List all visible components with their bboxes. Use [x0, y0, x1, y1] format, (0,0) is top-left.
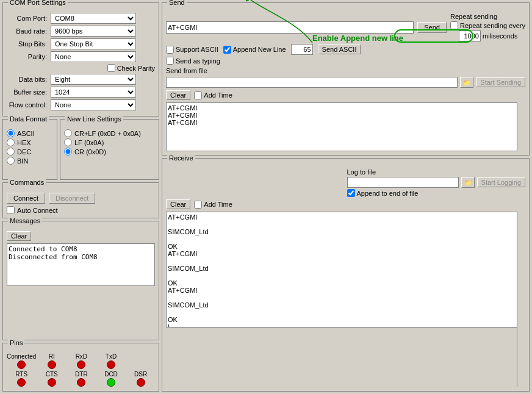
- receive-line-11: AT+CGMI: [168, 287, 515, 294]
- repeat-sending-title: Repeat sending: [450, 13, 497, 20]
- auto-connect-label: Auto Connect: [17, 207, 58, 214]
- flow-control-select[interactable]: None: [51, 99, 136, 110]
- support-ascii-checkbox[interactable]: [166, 46, 174, 54]
- pin-connected: Connected: [7, 353, 36, 370]
- pin-rts-led: [17, 378, 26, 387]
- receive-add-time-label[interactable]: Add Time: [194, 201, 232, 209]
- check-parity-checkbox[interactable]: [107, 64, 115, 72]
- flow-control-label: Flow control:: [7, 101, 51, 109]
- receive-line-4: [168, 235, 515, 243]
- pin-rts-label: RTS: [15, 371, 27, 378]
- pin-cts-label: CTS: [46, 371, 58, 378]
- receive-clear-button[interactable]: Clear: [166, 199, 190, 209]
- pin-dtr-label: DTR: [75, 371, 88, 378]
- buffer-size-label: Buffer size:: [7, 88, 51, 96]
- annotation-text: Enable Append new line: [312, 34, 403, 43]
- receive-line-14: [168, 309, 515, 316]
- cr-radio[interactable]: [64, 148, 72, 156]
- send-file-path-input[interactable]: [166, 77, 458, 88]
- pin-txd: TxD: [97, 353, 126, 370]
- support-ascii-label[interactable]: Support ASCII: [166, 46, 218, 54]
- send-log-scrollbar[interactable]: [517, 102, 525, 151]
- pin-cts-led: [48, 378, 56, 387]
- miliseconds-label: miliseconds: [483, 32, 517, 40]
- pin-dcd-led: [107, 378, 115, 387]
- check-parity-checkbox-label[interactable]: Check Parity: [107, 64, 155, 72]
- messages-textarea: Connected to COM8 Disconnected from COM8: [7, 243, 155, 286]
- connect-button[interactable]: Connect: [7, 193, 45, 204]
- pins-group: Pins Connected RI RxD: [2, 343, 159, 392]
- send-clear-button[interactable]: Clear: [166, 90, 190, 100]
- pins-title: Pins: [8, 339, 24, 346]
- send-file-browse-button[interactable]: 📁: [460, 77, 473, 88]
- log-to-file-section: Log to file 📁 Start Logging Append to en…: [347, 168, 526, 197]
- receive-title: Receive: [167, 154, 195, 162]
- send-add-time-text: Add Time: [204, 91, 232, 99]
- pin-dcd-label: DCD: [104, 371, 118, 378]
- buffer-size-select[interactable]: 1024: [51, 87, 136, 98]
- append-new-line-checkbox[interactable]: [223, 46, 231, 54]
- send-log-line-2: AT+CGMI: [168, 112, 523, 119]
- pin-txd-label: TxD: [106, 353, 117, 360]
- stop-bits-select[interactable]: One Stop Bit: [51, 38, 136, 49]
- pin-ri: RI: [37, 353, 66, 370]
- ascii-label: ASCII: [17, 130, 35, 137]
- crlf-label: CR+LF (0x0D + 0x0A): [74, 130, 141, 137]
- parity-select[interactable]: None: [51, 51, 136, 62]
- commands-group: Commands Connect Disconnect Auto Connect: [2, 182, 159, 218]
- dec-radio[interactable]: [7, 148, 15, 156]
- parity-label: Parity:: [7, 53, 51, 60]
- append-to-end-checkbox[interactable]: [347, 189, 355, 197]
- send-group: Send Send Repeat sending Repeat sending …: [162, 2, 530, 156]
- receive-line-7: [168, 257, 515, 265]
- commands-title: Commands: [8, 179, 46, 186]
- messages-group: Messages Clear Connected to COM8 Disconn…: [2, 221, 159, 340]
- repeat-sending-section: Repeat sending Repeat sending every mili…: [450, 13, 525, 41]
- receive-add-time-checkbox[interactable]: [194, 201, 202, 209]
- pin-rts: RTS: [7, 371, 36, 387]
- pin-dsr-led: [137, 378, 145, 387]
- send-add-time-label[interactable]: Add Time: [194, 91, 232, 99]
- baud-rate-label: Baud rate:: [7, 27, 51, 35]
- baud-rate-select[interactable]: 9600 bps: [51, 26, 136, 37]
- receive-group: Receive Log to file 📁 Start Logging: [162, 158, 530, 392]
- lf-label: LF (0x0A): [74, 139, 104, 146]
- pin-connected-label: Connected: [7, 353, 36, 360]
- start-sending-button[interactable]: Start Sending: [476, 77, 525, 87]
- pin-ri-led: [48, 360, 56, 369]
- repeat-interval-input[interactable]: [459, 30, 481, 41]
- send-button[interactable]: Send: [417, 22, 447, 33]
- pin-dtr-led: [77, 378, 85, 387]
- crlf-radio[interactable]: [64, 129, 72, 137]
- send-as-typing-checkbox[interactable]: [166, 57, 174, 65]
- send-add-time-checkbox[interactable]: [194, 91, 202, 99]
- data-format-title: Data Format: [8, 115, 49, 123]
- lf-radio[interactable]: [64, 138, 72, 146]
- messages-clear-button[interactable]: Clear: [7, 231, 31, 241]
- bin-label: BIN: [17, 157, 28, 165]
- data-bits-select[interactable]: Eight: [51, 74, 136, 85]
- receive-log-scrollbar[interactable]: [517, 212, 525, 387]
- data-format-group: Data Format ASCII HEX DEC BIN: [2, 119, 57, 180]
- com-port-select[interactable]: COM8: [51, 13, 136, 24]
- pin-connected-led: [17, 360, 26, 369]
- log-to-file-title: Log to file: [347, 168, 526, 176]
- data-bits-label: Data bits:: [7, 76, 51, 83]
- pin-rxd-led: [77, 360, 85, 369]
- pin-txd-led: [107, 360, 115, 369]
- pin-rxd: RxD: [67, 353, 96, 370]
- start-logging-button[interactable]: Start Logging: [477, 177, 525, 187]
- disconnect-button[interactable]: Disconnect: [49, 193, 95, 204]
- receive-line-13: SIMCOM_Ltd: [168, 301, 515, 309]
- log-file-path-input[interactable]: [347, 177, 459, 188]
- auto-connect-checkbox[interactable]: [7, 206, 15, 214]
- annotation-arrow: [264, 0, 325, 49]
- hex-radio[interactable]: [7, 138, 15, 146]
- receive-add-time-text: Add Time: [204, 201, 232, 208]
- support-ascii-text: Support ASCII: [176, 46, 218, 53]
- repeat-sending-checkbox[interactable]: [450, 21, 458, 29]
- dec-label: DEC: [17, 148, 31, 156]
- bin-radio[interactable]: [7, 157, 15, 165]
- log-file-browse-button[interactable]: 📁: [461, 177, 475, 188]
- ascii-radio[interactable]: [7, 129, 15, 137]
